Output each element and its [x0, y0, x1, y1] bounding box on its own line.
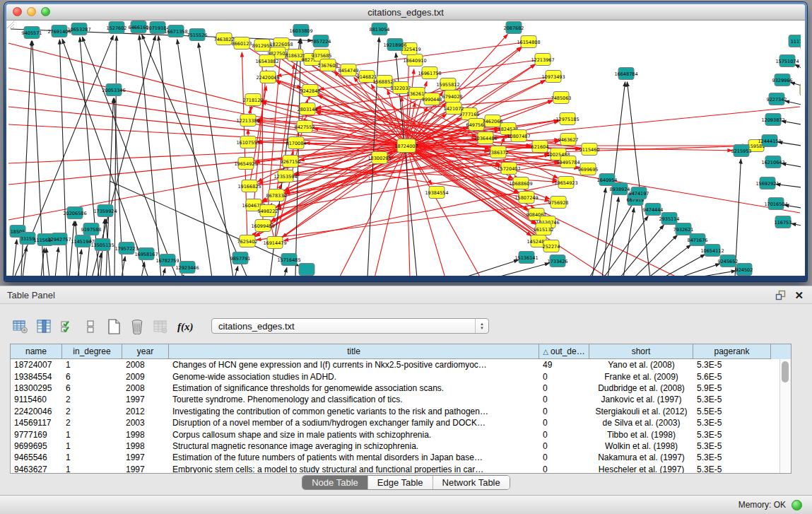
column-header-out_de[interactable]: △out_de… — [539, 344, 589, 359]
table-cell[interactable]: 9777169 — [11, 430, 62, 440]
table-cell[interactable]: 1997 — [122, 452, 169, 462]
table-cell[interactable]: 9115460 — [11, 395, 62, 404]
table-cell[interactable]: 0 — [539, 452, 589, 462]
table-cell[interactable]: 1 — [62, 452, 122, 462]
table-row[interactable]: 946554611997Estimation of the future num… — [11, 452, 791, 463]
table-cell[interactable]: 19384554 — [11, 372, 62, 382]
table-cell[interactable]: Estimation of the future numbers of pati… — [169, 452, 539, 462]
table-cell[interactable]: Corpus callosum shape and size in male p… — [169, 430, 539, 440]
table-cell[interactable]: 1997 — [122, 465, 169, 474]
table-cell[interactable]: 9699695 — [11, 441, 62, 451]
table-cell[interactable]: Investigating the contribution of common… — [169, 407, 539, 416]
table-cell[interactable]: 2 — [62, 407, 122, 416]
tab-edge-table[interactable]: Edge Table — [368, 476, 433, 489]
new-table-icon[interactable] — [103, 317, 124, 337]
table-cell[interactable]: 5.6E-5 — [693, 372, 771, 382]
row-height-icon[interactable] — [80, 317, 101, 337]
table-cell[interactable]: Tibbo et al. (1998) — [589, 430, 693, 440]
table-cell[interactable]: 0 — [539, 383, 589, 393]
table-cell[interactable]: 0 — [539, 372, 589, 382]
column-header-title[interactable]: title — [169, 344, 539, 359]
table-cell[interactable]: 5.3E-5 — [693, 441, 771, 451]
memory-ok-indicator-icon[interactable] — [792, 500, 802, 510]
table-row[interactable]: 969969511998Structural magnetic resonanc… — [11, 440, 791, 452]
table-cell[interactable]: Disruption of a novel member of a sodium… — [169, 418, 539, 428]
graph-node[interactable] — [800, 84, 801, 96]
table-row[interactable]: 2242004622012Investigating the contribut… — [11, 406, 791, 417]
table-cell[interactable]: 18300295 — [11, 383, 62, 393]
table-cell[interactable]: 9463627 — [11, 465, 62, 474]
table-cell[interactable]: 18724007 — [11, 360, 62, 370]
delete-table-icon[interactable] — [126, 317, 148, 337]
table-cell[interactable]: 5.3E-5 — [693, 395, 771, 404]
column-header-in_degree[interactable]: in_degree — [62, 344, 122, 359]
table-cell[interactable]: 5.9E-5 — [693, 383, 771, 393]
table-cell[interactable]: 5.3E-5 — [693, 465, 771, 474]
table-cell[interactable]: 5.3E-5 — [693, 360, 771, 370]
table-cell[interactable]: Yano et al. (2008) — [589, 360, 693, 370]
table-cell[interactable]: 1 — [62, 441, 122, 451]
table-cell[interactable]: 1 — [62, 465, 122, 474]
table-cell[interactable]: 0 — [539, 441, 589, 451]
table-cell[interactable]: 0 — [539, 395, 589, 404]
table-cell[interactable]: 6 — [62, 372, 122, 382]
table-cell[interactable]: Hescheler et al. (1997) — [589, 465, 693, 474]
table-cell[interactable]: Wolkin et al. (1998) — [589, 441, 693, 451]
table-cell[interactable]: Tourette syndrome. Phenomenology and cla… — [169, 395, 539, 404]
table-row[interactable]: 911546021997Tourette syndrome. Phenomeno… — [11, 394, 791, 405]
network-canvas[interactable]: 1872400786601238912955182260589827503165… — [6, 21, 805, 276]
function-builder-icon[interactable]: f(x) — [177, 321, 194, 333]
table-cell[interactable]: 5.5E-5 — [693, 407, 771, 416]
table-cell[interactable]: Jankovic et al. (1997) — [589, 395, 693, 404]
table-cell[interactable]: 9465546 — [11, 452, 62, 462]
show-column-icon[interactable] — [33, 317, 54, 337]
table-cell[interactable]: Embryonic stem cells: a model to study s… — [169, 465, 539, 474]
table-cell[interactable]: 1997 — [122, 395, 169, 404]
table-cell[interactable]: Nakamura et al. (1997) — [589, 452, 693, 462]
table-cell[interactable]: 2008 — [122, 360, 169, 370]
table-cell[interactable]: 2008 — [122, 383, 169, 393]
column-header-name[interactable]: name — [11, 344, 62, 359]
table-cell[interactable]: 2 — [62, 418, 122, 428]
column-header-year[interactable]: year — [122, 344, 169, 359]
table-cell[interactable]: 1998 — [122, 430, 169, 440]
resize-grip-icon[interactable] — [6, 21, 15, 29]
table-cell[interactable]: Stergiakouli et al. (2012) — [589, 407, 693, 416]
table-cell[interactable]: 5.3E-5 — [693, 452, 771, 462]
column-header-short[interactable]: short — [589, 344, 693, 359]
tab-node-table[interactable]: Node Table — [302, 476, 368, 489]
table-row[interactable]: 1830029562008Estimation of significance … — [11, 382, 791, 394]
table-cell[interactable]: 6 — [62, 383, 122, 393]
close-panel-icon[interactable]: ✕ — [794, 290, 804, 300]
table-cell[interactable]: Estimation of significance thresholds fo… — [169, 383, 539, 393]
graph-node[interactable] — [299, 264, 314, 276]
table-cell[interactable]: Dudbridge et al. (2008) — [589, 383, 693, 393]
table-settings-icon[interactable] — [10, 317, 31, 337]
table-cell[interactable]: 1 — [62, 360, 122, 370]
table-cell[interactable]: 14569117 — [11, 418, 62, 428]
column-header-pagerank[interactable]: pagerank — [693, 344, 771, 359]
float-panel-icon[interactable] — [775, 290, 786, 300]
table-cell[interactable]: 0 — [539, 407, 589, 416]
table-cell[interactable]: 2012 — [122, 407, 169, 416]
tab-network-table[interactable]: Network Table — [433, 476, 510, 489]
table-cell[interactable]: 5.3E-5 — [693, 418, 771, 428]
scrollbar-thumb[interactable] — [782, 361, 789, 382]
table-cell[interactable]: 22420046 — [11, 407, 62, 416]
minimize-window-button[interactable] — [27, 7, 36, 16]
table-row[interactable]: 977716911998Corpus callosum shape and si… — [11, 428, 791, 440]
table-row[interactable]: 1872400712008Changes of HCN gene express… — [11, 359, 791, 370]
table-cell[interactable]: 2009 — [122, 372, 169, 382]
table-select-dropdown[interactable]: citations_edges.txt ▲▼ — [211, 318, 489, 334]
table-row[interactable]: 1456911722003Disruption of a novel membe… — [11, 417, 791, 428]
table-cell[interactable]: 2003 — [122, 418, 169, 428]
table-cell[interactable]: 1998 — [122, 441, 169, 451]
table-cell[interactable]: 0 — [539, 418, 589, 428]
table-cell[interactable]: Changes of HCN gene expression and I(f) … — [169, 360, 539, 370]
table-cell[interactable]: 1 — [62, 430, 122, 440]
table-cell[interactable]: de Silva et al. (2003) — [589, 418, 693, 428]
table-cell[interactable]: 0 — [539, 465, 589, 474]
table-cell[interactable]: 2 — [62, 395, 122, 404]
table-cell[interactable]: Franke et al. (2009) — [589, 372, 693, 382]
zoom-window-button[interactable] — [41, 7, 50, 16]
